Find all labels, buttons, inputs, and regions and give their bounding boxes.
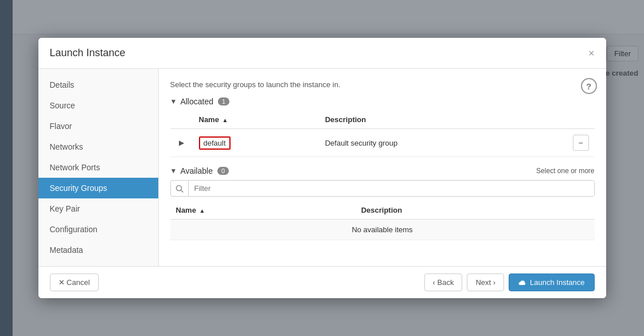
allocated-badge: 1 <box>218 97 229 106</box>
available-section-title: Available <box>180 166 213 175</box>
available-toggle-icon: ▼ <box>170 167 177 175</box>
remove-button[interactable]: − <box>573 135 589 151</box>
modal-title: Launch Instance <box>50 47 126 59</box>
cancel-button[interactable]: ✕ Cancel <box>50 274 99 291</box>
select-hint: Select one or more <box>536 167 594 175</box>
sidebar-item-security-groups[interactable]: Security Groups <box>38 178 158 198</box>
no-items-text: No available items <box>170 220 595 240</box>
sidebar-item-flavor[interactable]: Flavor <box>38 116 158 136</box>
row-description-cell: Default security group <box>319 129 566 157</box>
filter-input[interactable] <box>189 181 594 196</box>
modal-header: Launch Instance × <box>38 38 606 69</box>
search-icon <box>171 181 189 196</box>
sidebar-item-source[interactable]: Source <box>38 95 158 116</box>
cloud-icon <box>518 279 526 287</box>
launch-instance-label: Launch Instance <box>530 278 584 287</box>
allocated-description-header: Description <box>319 111 566 129</box>
sidebar-item-network-ports[interactable]: Network Ports <box>38 157 158 178</box>
nav-sidebar: Details Source Flavor Networks Network P… <box>38 69 159 266</box>
modal-footer: ✕ Cancel ‹ Back Next › Launch Instance <box>38 266 606 298</box>
sidebar-item-networks[interactable]: Networks <box>38 136 158 157</box>
launch-instance-button[interactable]: Launch Instance <box>509 274 594 291</box>
launch-instance-modal: Launch Instance × Details Source Flavor … <box>38 38 606 298</box>
allocated-name-header: Name ▲ <box>193 111 319 129</box>
name-sort-icon: ▲ <box>223 117 228 123</box>
sidebar-item-details[interactable]: Details <box>38 75 158 95</box>
modal-body: Details Source Flavor Networks Network P… <box>38 69 606 266</box>
allocated-section-title: Allocated <box>180 97 213 106</box>
help-icon[interactable]: ? <box>581 78 597 94</box>
modal-overlay: Launch Instance × Details Source Flavor … <box>0 0 644 336</box>
back-button[interactable]: ‹ Back <box>424 274 463 291</box>
sidebar-item-metadata[interactable]: Metadata <box>38 240 158 260</box>
sidebar-item-key-pair[interactable]: Key Pair <box>38 198 158 219</box>
svg-line-1 <box>181 190 183 192</box>
next-button[interactable]: Next › <box>467 274 504 291</box>
allocated-section-header[interactable]: ▼ Allocated 1 <box>170 97 595 106</box>
available-badge: 0 <box>217 167 229 175</box>
allocated-expand-col <box>170 111 193 129</box>
row-expand-button[interactable]: ▶ <box>176 138 187 148</box>
available-name-header: Name ▲ <box>170 201 356 220</box>
available-section-header[interactable]: ▼ Available 0 Select one or more <box>170 166 595 175</box>
allocated-action-header <box>566 111 595 129</box>
security-group-name: default <box>199 136 231 150</box>
available-description-header: Description <box>356 201 595 220</box>
table-row: ▶ default Default security group − <box>170 129 595 157</box>
main-content: ? Select the security groups to launch t… <box>159 69 606 266</box>
filter-row <box>170 180 595 197</box>
row-name-cell: default <box>193 129 319 157</box>
allocated-table: Name ▲ Description ▶ <box>170 111 595 157</box>
modal-close-button[interactable]: × <box>588 48 595 58</box>
footer-right: ‹ Back Next › Launch Instance <box>424 274 595 291</box>
allocated-toggle-icon: ▼ <box>170 97 177 106</box>
row-expand-cell: ▶ <box>170 129 193 157</box>
available-table: Name ▲ Description No available items <box>170 201 595 240</box>
content-description: Select the security groups to launch the… <box>170 80 595 89</box>
sidebar-item-configuration[interactable]: Configuration <box>38 219 158 240</box>
table-row: No available items <box>170 220 595 240</box>
available-name-sort-icon: ▲ <box>200 208 205 214</box>
row-action-cell: − <box>566 129 595 157</box>
